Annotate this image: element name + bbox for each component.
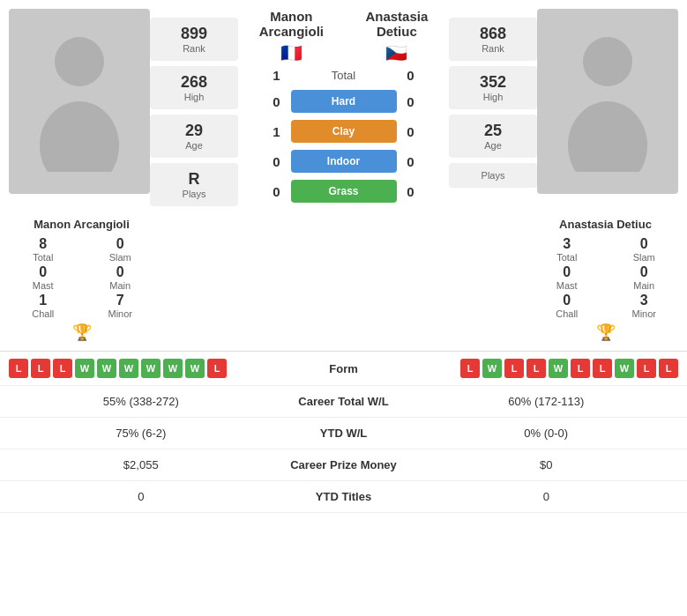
right-total-lbl: Total — [556, 252, 577, 263]
stat-rows-container: 55% (338-272)Career Total W/L60% (172-11… — [0, 386, 687, 513]
left-plays-lbl: Plays — [153, 189, 235, 199]
form-label: Form — [273, 362, 414, 375]
form-badge-l: L — [659, 359, 678, 378]
indoor-score-row: 0 Indoor 0 — [268, 150, 420, 173]
left-plays-box: R Plays — [150, 163, 238, 206]
clay-badge: Clay — [291, 120, 397, 143]
left-total-block: 8 Total — [9, 236, 78, 263]
bottom-section: LLLWWWWWWL Form LWLLWLLWLL 55% (338-272)… — [0, 351, 687, 513]
right-slam-val: 0 — [640, 236, 648, 252]
stat-right-val: $0 — [423, 458, 670, 471]
left-high-lbl: High — [153, 92, 235, 102]
right-age-box: 25 Age — [449, 115, 537, 158]
left-main-lbl: Main — [109, 280, 131, 291]
right-flag: 🇨🇿 — [365, 42, 428, 63]
right-player-name-line2: Detiuc — [365, 24, 428, 39]
form-badge-l: L — [9, 359, 28, 378]
form-badge-w: W — [75, 359, 94, 378]
stat-left-val: 0 — [18, 490, 265, 503]
indoor-right-score: 0 — [402, 154, 420, 169]
right-chall-block: 0 Chall — [533, 293, 601, 319]
stat-left-val: $2,055 — [18, 458, 265, 471]
form-row: LLLWWWWWWL Form LWLLWLLWLL — [0, 352, 687, 386]
left-player-stats: 8 Total 0 Slam 0 Mast 0 Main 1 Chall — [9, 236, 154, 319]
right-mast-lbl: Mast — [556, 280, 578, 291]
right-player-photo — [537, 9, 678, 194]
clay-right-score: 0 — [402, 124, 420, 139]
right-high-box: 352 High — [449, 66, 537, 109]
form-badge-w: W — [163, 359, 183, 378]
right-stats-col: 868 Rank 352 High 25 Age Plays — [449, 9, 537, 188]
left-total-lbl: Total — [33, 252, 53, 263]
right-minor-block: 3 Minor — [610, 293, 679, 319]
right-age-val: 25 — [452, 122, 534, 140]
right-slam-block: 0 Slam — [610, 236, 679, 263]
form-badge-w: W — [549, 359, 568, 378]
right-main-block: 0 Main — [610, 264, 679, 291]
stat-left-val: 75% (6-2) — [18, 427, 265, 440]
player-name-labels: Manon Arcangioli 8 Total 0 Slam 0 Mast 0… — [0, 210, 687, 342]
right-rank-val: 868 — [452, 25, 534, 43]
form-badge-l: L — [526, 359, 546, 378]
form-badge-l: L — [504, 359, 524, 378]
top-row: 899 Rank 268 High 29 Age R Plays Manon — [0, 0, 687, 210]
total-score-row: 1 Total 0 — [268, 68, 420, 83]
left-slam-block: 0 Slam — [86, 236, 155, 263]
stat-row: 55% (338-272)Career Total W/L60% (172-11… — [0, 386, 687, 418]
left-minor-val: 7 — [116, 293, 124, 308]
stat-label: YTD Titles — [265, 490, 423, 503]
form-badge-l: L — [593, 359, 612, 378]
svg-point-3 — [568, 101, 647, 172]
left-main-val: 0 — [116, 264, 124, 280]
left-mast-block: 0 Mast — [9, 264, 78, 291]
left-rank-box: 899 Rank — [150, 18, 238, 61]
left-chall-val: 1 — [39, 293, 47, 308]
left-trophy-row: 🏆 — [9, 323, 154, 342]
hard-right-score: 0 — [402, 94, 420, 109]
stat-label: YTD W/L — [265, 427, 423, 440]
form-badge-w: W — [482, 359, 502, 378]
stat-row: 0YTD Titles0 — [0, 481, 687, 513]
right-minor-val: 3 — [640, 293, 648, 308]
svg-point-1 — [40, 101, 119, 172]
right-main-val: 0 — [640, 264, 648, 280]
form-badge-l: L — [571, 359, 590, 378]
left-slam-lbl: Slam — [109, 252, 131, 263]
form-badge-w: W — [141, 359, 161, 378]
clay-left-score: 1 — [268, 124, 286, 139]
right-trophy-row: 🏆 — [533, 323, 678, 342]
total-left-score: 1 — [268, 68, 286, 83]
form-badge-l: L — [31, 359, 50, 378]
left-chall-block: 1 Chall — [9, 293, 78, 319]
left-flag: 🇫🇷 — [259, 42, 324, 63]
left-mast-lbl: Mast — [33, 280, 54, 291]
form-badge-l: L — [460, 359, 480, 378]
right-mast-val: 0 — [563, 264, 571, 280]
grass-badge: Grass — [291, 180, 397, 203]
left-rank-lbl: Rank — [153, 43, 235, 54]
left-plays-val: R — [153, 170, 235, 189]
right-high-val: 352 — [452, 73, 534, 92]
left-chall-lbl: Chall — [32, 308, 54, 319]
hard-left-score: 0 — [268, 94, 286, 109]
hard-score-row: 0 Hard 0 — [268, 90, 420, 113]
center-header: Manon Arcangioli 🇫🇷 Anastasia Detiuc 🇨🇿 — [238, 9, 449, 63]
left-high-box: 268 High — [150, 66, 238, 109]
right-plays-box: Plays — [449, 163, 537, 188]
stat-label: Career Prize Money — [265, 458, 423, 471]
left-age-box: 29 Age — [150, 115, 238, 158]
indoor-badge: Indoor — [291, 150, 397, 173]
left-minor-block: 7 Minor — [86, 293, 155, 319]
right-high-lbl: High — [452, 92, 534, 102]
grass-left-score: 0 — [268, 184, 286, 199]
form-badge-w: W — [97, 359, 116, 378]
left-mast-val: 0 — [39, 264, 47, 280]
right-player-name-label: Anastasia Detiuc — [533, 218, 678, 231]
stat-right-val: 0 — [423, 490, 670, 503]
stat-label: Career Total W/L — [265, 395, 423, 408]
left-age-lbl: Age — [153, 140, 235, 151]
svg-point-2 — [583, 37, 632, 86]
right-age-lbl: Age — [452, 140, 534, 151]
right-player-header: Anastasia Detiuc 🇨🇿 — [365, 9, 428, 63]
right-slam-lbl: Slam — [633, 252, 655, 263]
